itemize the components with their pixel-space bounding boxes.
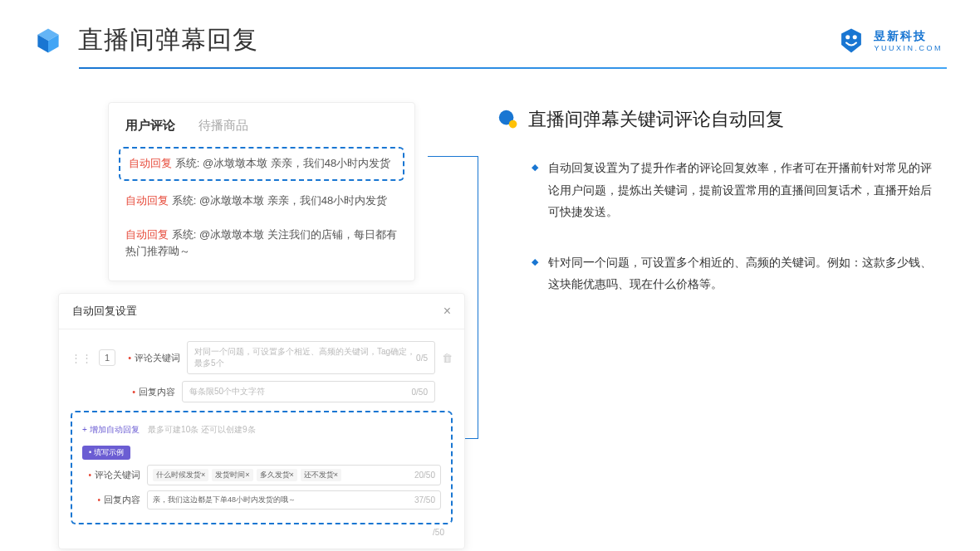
logo-cube-icon — [33, 26, 63, 56]
svg-point-6 — [509, 120, 517, 129]
example-content-input[interactable]: 亲，我们这边都是下单48小时内发货的哦～ 37/50 — [147, 490, 441, 510]
brand-text: 昱新科技 YUUXIN.COM — [874, 29, 943, 52]
auto-reply-tag: 自动回复 — [125, 228, 169, 241]
comment-row-highlight: 自动回复 系统: @冰墩墩本墩 亲亲，我们48小时内发货 — [119, 147, 404, 181]
connector-line — [478, 156, 478, 438]
example-section: + 增加自动回复 最多可建10条 还可以创建9条 • 填写示例 • 评论关键词 … — [71, 411, 453, 524]
required-dot: • — [97, 495, 100, 505]
ex-content-count: 37/50 — [414, 495, 435, 505]
keyword-label: 评论关键词 — [135, 352, 180, 364]
add-auto-reply-link[interactable]: + 增加自动回复 — [82, 425, 140, 434]
header-left: 直播间弹幕回复 — [33, 23, 258, 57]
close-icon[interactable]: × — [443, 304, 451, 319]
comment-sys: 系统: — [175, 157, 200, 169]
comment-sys: 系统: — [172, 194, 197, 207]
comment-tabs: 用户评论 待播商品 — [109, 118, 414, 144]
settings-body: ⋮⋮ 1 • 评论关键词 对同一个问题，可设置多个相近、高频的关键词，Tag确定… — [59, 329, 464, 549]
required-dot: • — [128, 353, 131, 363]
brand-cn: 昱新科技 — [874, 29, 943, 44]
content-input[interactable]: 每条限50个中文字符 0/50 — [182, 381, 435, 402]
keyword-count: 0/5 — [416, 354, 428, 363]
tab-pending-goods[interactable]: 待播商品 — [198, 118, 248, 134]
content-area: 用户评论 待播商品 自动回复 系统: @冰墩墩本墩 亲亲，我们48小时内发货 自… — [0, 69, 980, 549]
auto-reply-tag: 自动回复 — [125, 194, 169, 207]
content-count: 0/50 — [412, 388, 428, 397]
required-dot: • — [132, 387, 135, 397]
svg-point-3 — [846, 35, 850, 39]
tab-user-comments[interactable]: 用户评论 — [125, 118, 175, 134]
section-head: 直播间弹幕关键词评论自动回复 — [498, 107, 938, 132]
auto-reply-tag: 自动回复 — [129, 157, 172, 169]
bubble-icon — [498, 110, 518, 129]
example-keyword-input[interactable]: 什么时候发货× 发货时间× 多久发货× 还不发货× 20/50 — [147, 465, 441, 485]
left-column: 用户评论 待播商品 自动回复 系统: @冰墩墩本墩 亲亲，我们48小时内发货 自… — [58, 102, 465, 549]
bullet-item: 自动回复设置为了提升作者的评论回复效率，作者可在开播前针对常见的评论用户问题，提… — [532, 157, 938, 223]
section-title: 直播间弹幕关键词评论自动回复 — [528, 107, 784, 132]
example-content-row: • 回复内容 亲，我们这边都是下单48小时内发货的哦～ 37/50 — [82, 490, 441, 510]
content-label: 回复内容 — [139, 386, 175, 398]
comments-card: 用户评论 待播商品 自动回复 系统: @冰墩墩本墩 亲亲，我们48小时内发货 自… — [108, 102, 415, 281]
page-header: 直播间弹幕回复 昱新科技 YUUXIN.COM — [0, 0, 980, 67]
brand-block: 昱新科技 YUUXIN.COM — [837, 27, 943, 55]
bullet-item: 针对同一个问题，可设置多个相近的、高频的关键词。例如：这款多少钱、这块能优惠吗、… — [532, 251, 938, 295]
example-keyword-row: • 评论关键词 什么时候发货× 发货时间× 多久发货× 还不发货× 20/50 — [82, 465, 441, 485]
drag-icon[interactable]: ⋮⋮ — [71, 352, 92, 364]
ex-keyword-count: 20/50 — [414, 471, 435, 480]
tag[interactable]: 什么时候发货× — [153, 469, 208, 481]
bullet-list: 自动回复设置为了提升作者的评论回复效率，作者可在开播前针对常见的评论用户问题，提… — [498, 157, 938, 295]
keyword-row: ⋮⋮ 1 • 评论关键词 对同一个问题，可设置多个相近、高频的关键词，Tag确定… — [71, 341, 453, 374]
comment-row: 自动回复 系统: @冰墩墩本墩 亲亲，我们48小时内发货 — [109, 184, 414, 218]
required-dot: • — [88, 471, 91, 480]
ex-content-label: 回复内容 — [104, 494, 140, 506]
settings-card: 自动回复设置 × ⋮⋮ 1 • 评论关键词 对同一个问题，可设置多个相近、高频的… — [58, 293, 465, 549]
example-badge: • 填写示例 — [82, 446, 130, 460]
comment-body: @冰墩墩本墩 亲亲，我们48小时内发货 — [199, 194, 387, 207]
add-hint: 最多可建10条 还可以创建9条 — [148, 425, 255, 434]
connector-line — [428, 156, 478, 157]
settings-header: 自动回复设置 × — [59, 294, 464, 329]
brand-icon — [837, 27, 865, 55]
comment-body: @冰墩墩本墩 亲亲，我们48小时内发货 — [203, 157, 390, 169]
keyword-placeholder: 对同一个问题，可设置多个相近、高频的关键词，Tag确定，最多5个 — [194, 346, 416, 369]
trash-icon[interactable]: 🗑 — [442, 352, 453, 364]
ex-keyword-label: 评论关键词 — [95, 469, 140, 481]
index-box: 1 — [99, 349, 115, 366]
settings-title: 自动回复设置 — [72, 304, 137, 319]
svg-point-4 — [853, 35, 857, 39]
connector-line — [465, 438, 478, 439]
tag[interactable]: 多久发货× — [257, 469, 297, 481]
tag[interactable]: 发货时间× — [212, 469, 252, 481]
keyword-input[interactable]: 对同一个问题，可设置多个相近、高频的关键词，Tag确定，最多5个 0/5 — [187, 341, 435, 374]
right-column: 直播间弹幕关键词评论自动回复 自动回复设置为了提升作者的评论回复效率，作者可在开… — [498, 102, 938, 549]
tag[interactable]: 还不发货× — [301, 469, 341, 481]
brand-en: YUUXIN.COM — [874, 44, 943, 52]
ex-content-value: 亲，我们这边都是下单48小时内发货的哦～ — [153, 495, 296, 505]
comment-sys: 系统: — [172, 228, 197, 241]
content-row: • 回复内容 每条限50个中文字符 0/50 — [71, 381, 453, 402]
outer-count: /50 — [71, 524, 453, 537]
comment-row: 自动回复 系统: @冰墩墩本墩 关注我们的店铺，每日都有热门推荐呦～ — [109, 218, 414, 270]
page-title: 直播间弹幕回复 — [78, 23, 258, 57]
content-placeholder: 每条限50个中文字符 — [189, 386, 265, 397]
